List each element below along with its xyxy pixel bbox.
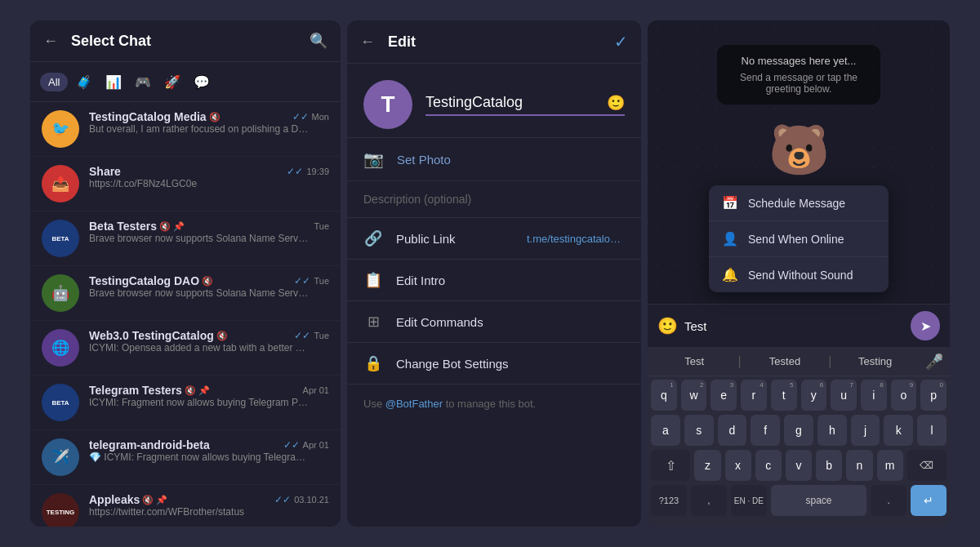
double-check-icon: ✓✓ <box>287 166 303 177</box>
key-u[interactable]: u7 <box>831 380 857 411</box>
suggestion-testing[interactable]: Testing <box>835 352 915 371</box>
key-backspace[interactable]: ⌫ <box>907 450 947 481</box>
filter-tab-all[interactable]: All <box>40 73 68 91</box>
filter-tab-chart[interactable]: 📊 <box>100 69 127 95</box>
mute-icon: 🔇 <box>185 385 196 396</box>
key-b[interactable]: b <box>816 450 842 481</box>
edit-header: ← Edit ✓ <box>347 20 641 64</box>
key-l[interactable]: l <box>917 415 947 446</box>
back-icon[interactable]: ← <box>43 33 58 50</box>
key-period[interactable]: . <box>871 485 906 516</box>
key-f[interactable]: f <box>751 415 780 446</box>
bot-settings-icon: 🔒 <box>363 354 383 372</box>
chat-name: Beta Testers <box>89 220 157 233</box>
key-w[interactable]: w2 <box>681 380 707 411</box>
chat-item[interactable]: 📤 Share ✓✓ 19:39 https://t.co/F8Nz4LGC0e <box>30 157 341 211</box>
edit-confirm-button[interactable]: ✓ <box>614 32 628 51</box>
change-bot-settings-item[interactable]: 🔒 Change Bot Settings <box>347 343 641 385</box>
key-p[interactable]: p0 <box>920 380 947 411</box>
key-y[interactable]: y6 <box>801 380 827 411</box>
filter-tab-game[interactable]: 🎮 <box>130 69 156 95</box>
key-space[interactable]: space <box>771 485 866 516</box>
chat-item[interactable]: TESTING Appleaks 🔇 📌 ✓✓ 03.10.21 https:/… <box>30 485 341 527</box>
double-check-icon: ✓✓ <box>274 494 291 505</box>
edit-avatar-section: T 🙂 <box>347 64 641 138</box>
key-k[interactable]: k <box>884 415 913 446</box>
emoji-button[interactable]: 🙂 <box>607 94 625 112</box>
key-s[interactable]: s <box>684 415 714 446</box>
key-e[interactable]: e3 <box>710 380 737 411</box>
mic-icon[interactable]: 🎤 <box>925 353 943 371</box>
chat-item[interactable]: BETA Telegram Testers 🔇 📌 Apr 01 ICYMI: … <box>30 376 341 430</box>
set-photo-row[interactable]: 📷 Set Photo <box>347 138 641 181</box>
key-q[interactable]: q1 <box>651 380 677 411</box>
key-m[interactable]: m <box>877 450 903 481</box>
filter-tab-bag[interactable]: 🧳 <box>71 69 97 95</box>
send-when-online-label: Send When Online <box>748 233 844 246</box>
edit-intro-item[interactable]: 📋 Edit Intro <box>347 260 641 301</box>
chat-name: Appleaks <box>89 493 140 506</box>
suggestion-test[interactable]: Test <box>654 352 735 371</box>
mute-icon: 🔇 <box>209 112 220 122</box>
send-button[interactable]: ➤ <box>911 311 940 340</box>
filter-tab-chat[interactable]: 💬 <box>189 69 215 95</box>
key-j[interactable]: j <box>851 415 880 446</box>
chat-item[interactable]: 🐦 TestingCatalog Media 🔇 ✓✓ Mon But over… <box>30 102 341 157</box>
avatar: 🐦 <box>42 110 79 148</box>
mute-icon: 🔇 <box>142 495 154 505</box>
chat-item[interactable]: ✈️ telegram-android-beta ✓✓ Apr 01 💎 ICY… <box>30 430 341 485</box>
bot-name-input[interactable] <box>425 94 625 116</box>
key-enter[interactable]: ↵ <box>911 485 947 516</box>
key-h[interactable]: h <box>817 415 847 446</box>
edit-avatar: T <box>363 80 412 129</box>
filter-tab-rocket[interactable]: 🚀 <box>159 69 185 95</box>
key-d[interactable]: d <box>718 415 747 446</box>
chat-content: Appleaks 🔇 📌 ✓✓ 03.10.21 https://twitter… <box>89 493 329 518</box>
avatar: BETA <box>42 384 79 421</box>
schedule-message-item[interactable]: 📅 Schedule Message <box>709 185 889 221</box>
chat-item[interactable]: BETA Beta Testers 🔇 📌 Tue Brave browser … <box>30 211 341 266</box>
double-check-icon: ✓✓ <box>294 275 310 287</box>
context-menu: 📅 Schedule Message 👤 Send When Online 🔔 … <box>709 185 889 292</box>
key-i[interactable]: i8 <box>861 380 887 411</box>
key-n[interactable]: n <box>846 450 872 481</box>
key-v[interactable]: v <box>786 450 812 481</box>
key-num[interactable]: ?123 <box>651 485 687 516</box>
search-icon[interactable]: 🔍 <box>310 32 327 50</box>
key-a[interactable]: a <box>651 415 680 446</box>
key-dot[interactable]: , <box>691 485 727 516</box>
key-x[interactable]: x <box>725 450 751 481</box>
chat-preview: 💎 ICYMI: Fragment now allows buying Tele… <box>89 451 310 463</box>
emoji-input-icon[interactable]: 🙂 <box>657 316 678 336</box>
keyboard-row-1: q1 w2 e3 r4 t5 y6 u7 i8 o9 p0 <box>651 380 947 411</box>
edit-back-icon[interactable]: ← <box>360 33 375 51</box>
key-o[interactable]: o9 <box>891 380 917 411</box>
key-g[interactable]: g <box>784 415 813 446</box>
send-without-sound-label: Send Without Sound <box>748 269 853 282</box>
intro-icon: 📋 <box>363 271 383 289</box>
key-c[interactable]: c <box>755 450 782 481</box>
key-t[interactable]: t5 <box>771 380 797 411</box>
chat-item[interactable]: 🤖 TestingCatalog DAO 🔇 ✓✓ Tue Brave brow… <box>30 266 341 321</box>
key-lang[interactable]: EN · DE <box>731 485 767 516</box>
word-suggestions: Test | Tested | Testing 🎤 <box>648 347 950 376</box>
chat-item[interactable]: 🌐 Web3.0 TestingCatalog 🔇 ✓✓ Tue ICYMI: … <box>30 321 341 376</box>
no-messages-title: No messages here yet... <box>733 55 864 67</box>
avatar: 📤 <box>42 165 79 202</box>
edit-commands-item[interactable]: ⊞ Edit Commands <box>347 301 641 343</box>
send-without-sound-item[interactable]: 🔔 Send Without Sound <box>709 257 889 292</box>
avatar: 🤖 <box>42 274 79 312</box>
chat-content: Share ✓✓ 19:39 https://t.co/F8Nz4LGC0e <box>89 165 329 189</box>
key-shift[interactable]: ⇧ <box>651 450 690 481</box>
key-z[interactable]: z <box>694 450 720 481</box>
avatar: 🌐 <box>42 329 79 367</box>
chat-time: Tue <box>314 331 329 340</box>
chat-preview: https://twitter.com/WFBrother/status <box>89 506 310 518</box>
avatar: ✈️ <box>42 438 79 476</box>
message-input[interactable] <box>684 319 904 333</box>
suggestion-tested[interactable]: Tested <box>745 352 826 371</box>
key-r[interactable]: r4 <box>741 380 767 411</box>
send-when-online-item[interactable]: 👤 Send When Online <box>709 221 889 257</box>
bot-father-link[interactable]: @BotFather <box>385 398 443 410</box>
public-link-item[interactable]: 🔗 Public Link t.me/testingcatalog_... <box>347 218 641 260</box>
